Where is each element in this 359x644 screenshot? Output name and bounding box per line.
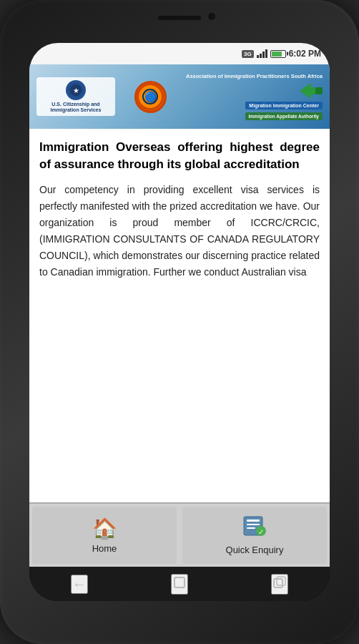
uscis-seal-icon: ★ — [66, 80, 86, 100]
android-recent-button[interactable] — [271, 574, 288, 595]
india-seal-icon: 🔵 — [134, 81, 167, 113]
svg-rect-10 — [247, 527, 255, 529]
uscis-logo: ★ U.S. Citizenship and Immigration Servi… — [36, 77, 115, 117]
status-icons: 3G 6:02 PM — [242, 49, 321, 59]
svg-rect-8 — [247, 519, 260, 522]
phone-screen: 3G 6:02 PM — [29, 43, 330, 601]
android-back-button[interactable]: ← — [71, 575, 88, 594]
svg-text:🔵: 🔵 — [144, 91, 157, 103]
home-icon: 🏠 — [92, 517, 117, 540]
svg-rect-13 — [174, 577, 185, 587]
svg-marker-6 — [315, 87, 323, 94]
arrow-logo-icon — [300, 83, 323, 99]
android-home-icon — [172, 575, 187, 590]
page-title: Immigration Overseas offering highest de… — [39, 139, 320, 173]
speaker — [158, 16, 201, 20]
banner: ★ U.S. Citizenship and Immigration Servi… — [29, 64, 330, 129]
enquiry-clipboard-icon: ✓ — [242, 515, 267, 537]
uscis-label: U.S. Citizenship and Immigration Service… — [42, 102, 109, 114]
svg-rect-15 — [277, 577, 285, 585]
camera — [208, 13, 215, 20]
association-info: Association of Immigration Practitioners… — [186, 73, 323, 120]
quick-enquiry-button[interactable]: ✓ Quick Enquiry — [182, 507, 327, 564]
migration-center-label: Migration Immigration Center — [245, 102, 323, 109]
svg-text:★: ★ — [73, 87, 79, 94]
association-label: Association of Immigration Practitioners… — [186, 73, 323, 80]
body-paragraph: Our competency in providing excellent vi… — [39, 182, 320, 281]
main-content: Immigration Overseas offering highest de… — [29, 129, 330, 502]
phone-frame: 3G 6:02 PM — [0, 0, 359, 644]
android-home-button[interactable] — [171, 574, 188, 595]
battery-fill — [272, 52, 282, 57]
status-bar: 3G 6:02 PM — [29, 43, 330, 64]
network-indicator: 3G — [242, 50, 254, 58]
battery-icon — [270, 50, 286, 58]
enquiry-icon: ✓ — [242, 515, 267, 542]
india-seal-container: 🔵 — [134, 81, 167, 113]
home-label: Home — [92, 543, 117, 554]
green-arrow-logo — [300, 83, 323, 99]
home-button[interactable]: 🏠 Home — [32, 507, 177, 564]
android-recent-icon — [272, 575, 287, 590]
quick-enquiry-label: Quick Enquiry — [226, 545, 284, 555]
svg-text:✓: ✓ — [258, 528, 264, 536]
bottom-navigation: 🏠 Home ✓ Quick Enquiry — [29, 502, 330, 567]
android-nav-bar: ← — [29, 567, 330, 601]
signal-strength-icon — [257, 49, 267, 58]
svg-rect-14 — [274, 579, 282, 587]
screen-content: ★ U.S. Citizenship and Immigration Servi… — [29, 64, 330, 567]
svg-rect-9 — [247, 524, 260, 525]
appellate-authority-label: Immigration Appellate Authority — [245, 112, 323, 120]
clock: 6:02 PM — [289, 49, 321, 59]
